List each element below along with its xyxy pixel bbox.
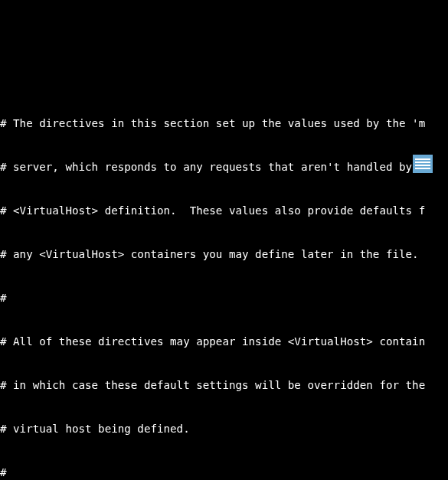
config-line: # any <VirtualHost> containers you may d… bbox=[0, 247, 448, 262]
config-line: # All of these directives may appear ins… bbox=[0, 335, 448, 349]
config-line: # <VirtualHost> definition. These values… bbox=[0, 204, 448, 218]
terminal-editor[interactable]: # The directives in this section set up … bbox=[0, 58, 448, 480]
config-line: # virtual host being defined. bbox=[0, 422, 448, 436]
config-line: # server, which responds to any requests… bbox=[0, 160, 448, 175]
config-line: # bbox=[0, 291, 448, 305]
config-line: # The directives in this section set up … bbox=[0, 116, 448, 131]
config-line: # bbox=[0, 465, 448, 480]
menu-icon[interactable] bbox=[413, 155, 433, 173]
config-line: # in which case these default settings w… bbox=[0, 378, 448, 393]
